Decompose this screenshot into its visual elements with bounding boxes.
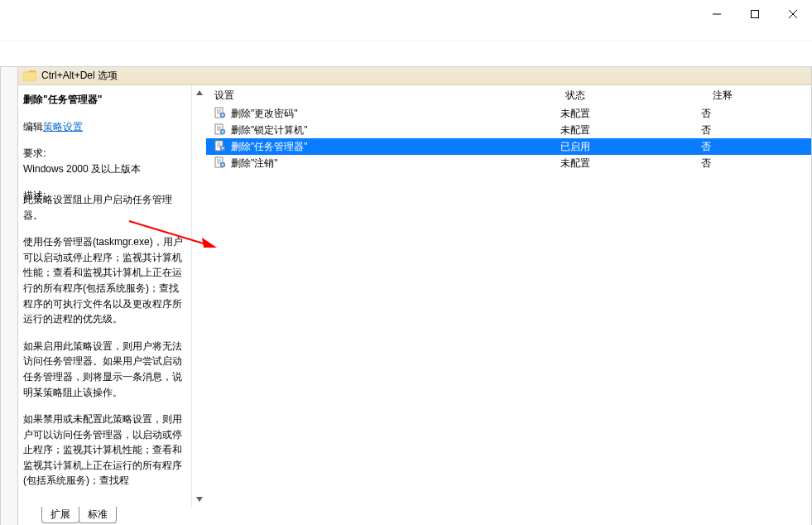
policy-title: 删除"任务管理器" (23, 92, 186, 108)
row-state: 未配置 (517, 157, 633, 171)
panel-header: Ctrl+Alt+Del 选项 (18, 67, 811, 85)
tab-extended[interactable]: 扩展 (41, 507, 79, 523)
scroll-down-icon[interactable] (195, 495, 204, 503)
row-comment: 否 (633, 140, 811, 154)
policy-list-pane: 设置 状态 注释 删除"更改密码"未配置否删除"锁定计算机"未配置否删除"任务管… (206, 85, 811, 507)
svg-rect-22 (223, 130, 223, 132)
list-header: 设置 状态 注释 (206, 85, 811, 105)
tab-standard[interactable]: 标准 (79, 507, 117, 523)
edit-policy-line: 编辑策略设置 (23, 119, 186, 135)
column-header-state[interactable]: 状态 (517, 89, 633, 103)
folder-icon (23, 70, 36, 81)
panel-title: Ctrl+Alt+Del 选项 (41, 69, 118, 83)
row-name: 删除"注销" (231, 157, 278, 171)
panel-body: 删除"任务管理器" 编辑策略设置 要求: Windows 2000 及以上版本 … (18, 85, 811, 507)
policy-icon (214, 107, 226, 121)
row-state: 未配置 (517, 107, 633, 121)
requirements-value: Windows 2000 及以上版本 (23, 161, 186, 177)
titlebar (0, 0, 812, 25)
description-p3: 如果禁用或未配置此策略设置，则用户可以访问任务管理器，以启动或停止程序；监视其计… (23, 412, 186, 489)
description-pane: 删除"任务管理器" 编辑策略设置 要求: Windows 2000 及以上版本 … (18, 85, 192, 507)
row-state: 已启用 (517, 140, 633, 154)
column-header-comment[interactable]: 注释 (633, 89, 811, 103)
row-comment: 否 (633, 123, 811, 137)
scroll-up-icon[interactable] (195, 89, 204, 97)
policy-icon (214, 123, 226, 137)
svg-rect-29 (223, 147, 223, 149)
list-rows: 删除"更改密码"未配置否删除"锁定计算机"未配置否删除"任务管理器"已启用否删除… (206, 105, 811, 171)
svg-rect-4 (23, 72, 36, 81)
row-name: 删除"锁定计算机" (231, 123, 308, 137)
requirements-label: 要求: (23, 146, 186, 161)
column-header-setting[interactable]: 设置 (211, 89, 517, 103)
policy-icon (214, 140, 226, 154)
menubar (0, 25, 812, 41)
policy-icon (214, 157, 226, 171)
svg-marker-7 (196, 90, 203, 95)
description-p1: 使用任务管理器(taskmgr.exe)，用户可以启动或停止程序；监视其计算机性… (23, 234, 186, 327)
list-row[interactable]: 删除"更改密码"未配置否 (206, 105, 811, 122)
edit-policy-link[interactable]: 策略设置 (43, 121, 83, 132)
row-name: 删除"更改密码" (231, 107, 298, 121)
list-row[interactable]: 删除"任务管理器"已启用否 (206, 138, 811, 155)
description-scrollbar[interactable] (192, 85, 206, 507)
description-text: 此策略设置阻止用户启动任务管理器。 (23, 192, 186, 223)
row-comment: 否 (633, 107, 811, 121)
edit-prefix: 编辑 (23, 121, 43, 132)
svg-rect-1 (752, 11, 759, 18)
row-comment: 否 (633, 157, 811, 171)
maximize-button[interactable] (736, 3, 774, 25)
row-state: 未配置 (517, 123, 633, 137)
window: Ctrl+Alt+Del 选项 删除"任务管理器" 编辑策略设置 要求: Win… (0, 0, 812, 525)
close-button[interactable] (774, 3, 812, 25)
minimize-button[interactable] (698, 3, 736, 25)
list-row[interactable]: 删除"锁定计算机"未配置否 (206, 122, 811, 138)
svg-rect-15 (223, 113, 223, 116)
content-area: Ctrl+Alt+Del 选项 删除"任务管理器" 编辑策略设置 要求: Win… (0, 66, 812, 525)
toolbar (0, 41, 812, 66)
svg-rect-36 (223, 163, 223, 166)
row-name: 删除"任务管理器" (231, 140, 308, 154)
list-row[interactable]: 删除"注销"未配置否 (206, 155, 811, 171)
view-tabs: 扩展 标准 (18, 507, 811, 525)
description-p2: 如果启用此策略设置，则用户将无法访问任务管理器。如果用户尝试启动任务管理器，则将… (23, 339, 186, 400)
svg-marker-8 (196, 497, 203, 502)
tree-collapsed-strip[interactable] (0, 67, 18, 525)
main-panel: Ctrl+Alt+Del 选项 删除"任务管理器" 编辑策略设置 要求: Win… (18, 67, 812, 525)
